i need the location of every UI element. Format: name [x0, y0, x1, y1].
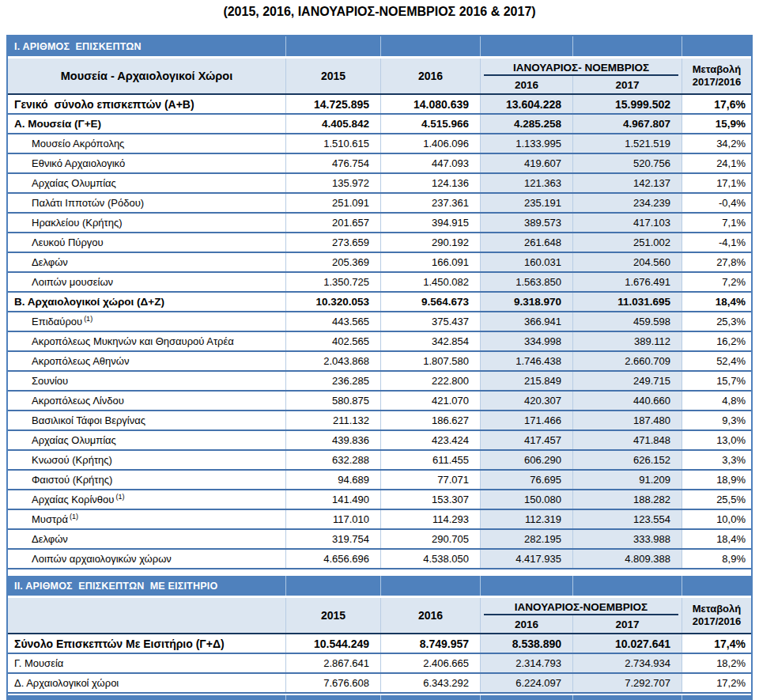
value-2015: 14.725.895: [286, 95, 381, 113]
value-jan-nov-2016: 215.849: [481, 372, 573, 390]
value-jan-nov-2017: 626.152: [573, 451, 682, 469]
header-change-line1: Μεταβολή: [693, 63, 741, 76]
header-change-line1: Μεταβολή: [693, 603, 741, 615]
band-cell: [682, 36, 751, 56]
value-jan-nov-2017: 4.967.807: [573, 115, 682, 133]
value-change: 15,9%: [682, 115, 751, 133]
row-label: Ακροπόλεως Μυκηνών και Θησαυρού Ατρέα: [8, 332, 286, 350]
value-2015: 94.689: [286, 471, 381, 489]
value-2015: 251.091: [286, 194, 381, 212]
value-2016: 375.437: [381, 312, 481, 331]
header-museums-sites: Μουσεία - Αρχαιολογικοί Χώροι: [8, 59, 286, 93]
row-label: Δελφών: [8, 530, 286, 548]
value-jan-nov-2017: 440.660: [573, 392, 682, 410]
band-cell: [381, 576, 481, 596]
header-empty-cell: [8, 598, 286, 633]
value-2016: 222.800: [381, 372, 481, 390]
value-2015: 7.676.608: [286, 674, 381, 692]
value-jan-nov-2017: 91.209: [573, 471, 682, 489]
value-change: 7,2%: [682, 273, 751, 291]
value-2016: 166.091: [381, 253, 481, 271]
table-row: Αρχαίας Κορίνθου(1)141.490153.307150.080…: [8, 490, 751, 510]
value-jan-nov-2016: 2.314.793: [481, 654, 573, 672]
header-jan-nov-2017: 2017: [573, 615, 682, 633]
value-2015: 10.320.053: [286, 293, 381, 311]
value-change: 3,3%: [682, 451, 751, 469]
value-jan-nov-2017: 1.676.491: [573, 273, 682, 291]
value-jan-nov-2017: 471.848: [573, 431, 682, 449]
value-2016: 8.749.957: [381, 634, 481, 653]
value-jan-nov-2016: 121.363: [481, 174, 573, 192]
value-jan-nov-2017: 520.756: [573, 154, 682, 172]
value-2015: 135.972: [286, 174, 381, 192]
table-row: Α. Μουσεία (Γ+Ε)4.405.8424.515.9664.285.…: [8, 115, 751, 134]
value-change: 34,2%: [682, 134, 751, 153]
value-2015: 2.867.641: [286, 654, 381, 672]
band-cell: [481, 576, 573, 596]
value-change: 18,2%: [682, 654, 751, 672]
value-2016: 2.406.665: [381, 654, 481, 672]
table-row: Ακροπόλεως Λίνδου580.875421.070420.30744…: [8, 392, 751, 411]
value-2015: 211.132: [286, 411, 381, 429]
band-cell: [682, 576, 751, 596]
table-row: Μυστρά(1)117.010114.293112.319123.55410,…: [8, 510, 751, 530]
band-cell: ΙΙ. ΑΡΙΘΜΟΣ ΕΠΙΣΚΕΠΤΩΝ ΜΕ ΕΙΣΙΤΗΡΙΟ: [8, 576, 286, 596]
header-2016: 2016: [381, 59, 481, 93]
value-jan-nov-2017: 2.660.709: [573, 352, 682, 370]
value-2015: 580.875: [286, 392, 381, 410]
value-2015: 402.565: [286, 332, 381, 350]
row-label: Λευκού Πύργου: [8, 233, 286, 252]
band-cell: [573, 695, 682, 700]
value-jan-nov-2016: 235.191: [481, 194, 573, 212]
table-row: Β. Αρχαιολογικοί χώροι (Δ+Ζ)10.320.0539.…: [8, 293, 751, 312]
header-2016: 2016: [381, 598, 481, 633]
value-2015: 439.836: [286, 431, 381, 449]
table-row: Λευκού Πύργου273.659290.192261.648251.00…: [8, 233, 751, 253]
value-2016: 394.915: [381, 214, 481, 232]
header-change: Μεταβολή 2017/2016: [682, 59, 751, 93]
table-row: Ηρακλείου (Κρήτης)201.657394.915389.5734…: [8, 214, 751, 233]
table-row: Κνωσού (Κρήτης)632.288611.455606.290626.…: [8, 451, 751, 471]
row-label: Λοιπών αρχαιολογικών χώρων: [8, 550, 286, 568]
value-change: 25,5%: [682, 490, 751, 509]
visitors-table: Ι. ΑΡΙΘΜΟΣ ΕΠΙΣΚΕΠΤΩΝ Μουσεία - Αρχαιολο…: [6, 35, 753, 700]
table-row: Λοιπών αρχαιολογικών χώρων4.656.6964.538…: [8, 550, 751, 569]
value-jan-nov-2017: 15.999.502: [573, 95, 682, 113]
value-2015: 4.405.842: [286, 115, 381, 133]
value-jan-nov-2016: 150.080: [481, 490, 573, 509]
value-jan-nov-2016: 1.563.850: [481, 273, 573, 291]
value-jan-nov-2016: 160.031: [481, 253, 573, 271]
value-jan-nov-2017: 389.112: [573, 332, 682, 350]
row-label: Αρχαίας Ολυμπίας: [8, 431, 286, 449]
row-label: Ακροπόλεως Λίνδου: [8, 392, 286, 410]
band-cell: [682, 695, 751, 700]
value-2015: 117.010: [286, 510, 381, 528]
band-cell: [573, 576, 682, 596]
value-jan-nov-2016: 8.538.890: [481, 634, 573, 653]
value-jan-nov-2017: 333.988: [573, 530, 682, 548]
section-2-title: ΙΙ. ΑΡΙΘΜΟΣ ΕΠΙΣΚΕΠΤΩΝ ΜΕ ΕΙΣΙΤΗΡΙΟ: [8, 581, 217, 592]
value-jan-nov-2017: 1.521.519: [573, 134, 682, 153]
section-2-rows: Σύνολο Επισκεπτών Με Εισιτήριο (Γ+Δ)10.5…: [8, 634, 751, 694]
value-2016: 342.854: [381, 332, 481, 350]
table-row: Γενικό σύνολο επισκεπτών (Α+Β)14.725.895…: [8, 95, 751, 115]
row-label: Αρχαίας Ολυμπίας: [8, 174, 286, 192]
value-jan-nov-2016: 334.998: [481, 332, 573, 350]
value-2015: 205.369: [286, 253, 381, 271]
row-label: Σύνολο Επισκεπτών Με Εισιτήριο (Γ+Δ): [8, 634, 286, 653]
header-change-line2: 2017/2016: [693, 76, 741, 89]
value-change: 16,2%: [682, 332, 751, 350]
value-2016: 421.070: [381, 392, 481, 410]
value-jan-nov-2017: 249.715: [573, 372, 682, 390]
value-2015: 443.565: [286, 312, 381, 331]
value-jan-nov-2016: 13.604.228: [481, 95, 573, 113]
value-change: 27,8%: [682, 253, 751, 271]
value-2015: 10.544.249: [286, 634, 381, 653]
value-2016: 124.136: [381, 174, 481, 192]
table-row: Ακροπόλεως Αθηνών2.043.8681.807.5801.746…: [8, 352, 751, 372]
row-label: Σουνίου: [8, 372, 286, 390]
value-jan-nov-2016: 366.941: [481, 312, 573, 331]
row-label: Α. Μουσεία (Γ+Ε): [8, 115, 286, 133]
value-jan-nov-2017: 251.002: [573, 233, 682, 252]
value-2016: 237.361: [381, 194, 481, 212]
